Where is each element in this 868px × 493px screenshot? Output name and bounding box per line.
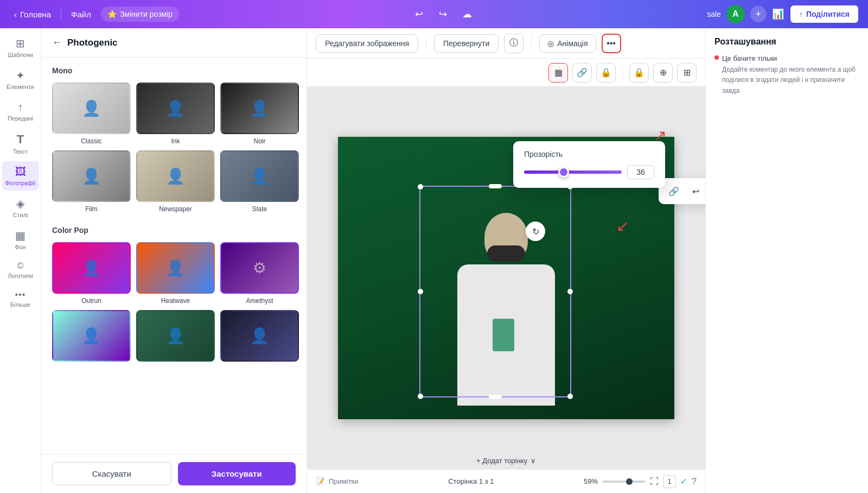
- redo-button[interactable]: ↪: [433, 4, 453, 24]
- add-icon-button[interactable]: ⊞: [677, 63, 697, 83]
- info-button[interactable]: ⓘ: [504, 34, 524, 53]
- sidebar-item-background[interactable]: ▦ Фон: [2, 225, 39, 255]
- canvas-bottom-center: Сторінка 1 з 1: [448, 477, 494, 485]
- filter-item-g1[interactable]: 👤: [52, 310, 131, 365]
- handle-bl[interactable]: [418, 394, 423, 399]
- transparency-icon-button[interactable]: ▦: [548, 63, 568, 83]
- refresh-button[interactable]: ↻: [526, 222, 545, 241]
- edit-image-button[interactable]: Редагувати зображення: [316, 34, 418, 53]
- filter-label-classic: Classic: [81, 137, 102, 145]
- filter-item-heatwave[interactable]: 👤 Heatwave: [136, 242, 215, 305]
- transparency-slider-thumb[interactable]: [558, 167, 569, 178]
- add-page-button[interactable]: + Додат торінку ∨: [476, 457, 536, 465]
- filter-item-g2[interactable]: 👤: [136, 310, 215, 365]
- right-panel-title: Розташування: [714, 37, 859, 47]
- user-avatar[interactable]: A: [726, 5, 745, 23]
- chevron-down-icon: ∨: [531, 457, 536, 465]
- arrow-annotation-3: ↙: [616, 217, 629, 235]
- filter-panel-body: Mono 👤 Classic 👤 Ink 👤: [41, 58, 307, 454]
- filter-panel-footer: Скасувати Застосувати: [41, 454, 307, 493]
- sidebar-item-elements[interactable]: ✦ Елементи: [2, 65, 39, 94]
- fullscreen-button[interactable]: ⛶: [650, 477, 659, 486]
- handle-br[interactable]: [567, 394, 573, 399]
- resize-label: Змінити розмір: [120, 10, 173, 18]
- sidebar-item-more[interactable]: ••• Більше: [2, 286, 39, 312]
- icon-toolbar-popup: 🔗 ↩ •••: [659, 178, 705, 204]
- filter-grid-colorpop: 👤 Outrun 👤 Heatwave ⚙ Amethyst: [52, 242, 296, 365]
- add-collaborator-button[interactable]: +: [750, 6, 767, 22]
- thumb-inner-outrun: 👤: [53, 243, 130, 293]
- notice-dot: [714, 55, 719, 60]
- filter-back-button[interactable]: ←: [52, 37, 62, 48]
- thumb-inner-g2: 👤: [137, 311, 214, 361]
- home-button[interactable]: ‹ Головна: [9, 7, 56, 22]
- icon-sidebar: ⊞ Шаблони ✦ Елементи ↑ Передані T Текст …: [0, 28, 41, 493]
- filter-label-ink: Ink: [171, 137, 180, 145]
- check-button[interactable]: ✓: [680, 476, 687, 486]
- resize-button[interactable]: ⭐ Змінити розмір: [101, 7, 179, 22]
- lock-icon-button[interactable]: 🔒: [596, 63, 616, 83]
- transparency-label: Прозорість: [524, 150, 654, 159]
- animation-button[interactable]: ◎ Анімація: [539, 34, 596, 53]
- cloud-save-button[interactable]: ☁: [457, 4, 477, 24]
- handle-ml[interactable]: [418, 289, 423, 294]
- canvas-toolbar: Редагувати зображення Перевернути ⓘ ◎ Ан…: [307, 28, 705, 59]
- filter-item-noir[interactable]: 👤 Noir: [220, 83, 299, 145]
- sidebar-item-text[interactable]: T Текст: [2, 128, 39, 159]
- cancel-button[interactable]: Скасувати: [52, 462, 171, 485]
- thumb-inner-heatwave: 👤: [137, 243, 214, 293]
- share-button[interactable]: ↑ Поділитися: [789, 4, 859, 24]
- notes-label[interactable]: Примітки: [329, 477, 359, 485]
- sidebar-item-templates[interactable]: ⊞ Шаблони: [2, 33, 39, 62]
- filter-item-slate[interactable]: 👤 Slate: [220, 150, 299, 213]
- filter-item-g3[interactable]: 👤: [220, 310, 299, 365]
- notice-text: Це бачите тільки Додайте коментар до яко…: [722, 53, 859, 96]
- handle-bm[interactable]: [489, 395, 502, 399]
- handle-mr[interactable]: [567, 289, 573, 294]
- transparency-value[interactable]: 36: [627, 165, 654, 179]
- page-thumbnail-button[interactable]: 1: [663, 475, 676, 488]
- zoom-slider[interactable]: [602, 481, 646, 483]
- analytics-button[interactable]: 📊: [772, 8, 784, 20]
- filter-thumb-noir: 👤: [220, 83, 299, 134]
- sidebar-item-uploads[interactable]: ↑ Передані: [2, 97, 39, 126]
- filter-label-noir: Noir: [253, 137, 265, 145]
- flip-button[interactable]: Перевернути: [434, 34, 499, 53]
- filter-item-classic[interactable]: 👤 Classic: [52, 83, 131, 145]
- filter-thumb-ink: 👤: [136, 83, 215, 134]
- help-button[interactable]: ?: [692, 477, 697, 486]
- filter-thumb-amethyst: ⚙: [220, 242, 299, 294]
- filter-label-heatwave: Heatwave: [161, 297, 190, 305]
- thumb-inner-newspaper: 👤: [137, 151, 214, 201]
- filter-panel-title: Photogenic: [67, 37, 118, 48]
- popup-icon-1[interactable]: 🔗: [665, 182, 682, 200]
- sidebar-item-photos[interactable]: 🖼 Фотографії: [2, 161, 39, 191]
- undo-button[interactable]: ↩: [410, 4, 429, 24]
- more-options-button[interactable]: •••: [602, 34, 621, 53]
- popup-icon-2[interactable]: ↩: [687, 182, 704, 200]
- more-icon: •••: [607, 39, 616, 48]
- sidebar-item-logos[interactable]: © Логотипи: [2, 257, 39, 283]
- filter-item-film[interactable]: 👤 Film: [52, 150, 131, 213]
- filter-label-newspaper: Newspaper: [159, 205, 192, 213]
- canvas-bottom-right: 59% ⛶ 1 ✓ ?: [584, 475, 697, 488]
- topbar-divider: [61, 8, 61, 21]
- lock2-icon-button[interactable]: 🔒: [629, 63, 649, 83]
- transparency-slider[interactable]: [524, 170, 622, 174]
- filter-item-outrun[interactable]: 👤 Outrun: [52, 242, 131, 305]
- text-icon: T: [17, 132, 24, 147]
- filter-item-amethyst[interactable]: ⚙ Amethyst: [220, 242, 299, 305]
- link-icon-button[interactable]: 🔗: [572, 63, 592, 83]
- filter-item-ink[interactable]: 👤 Ink: [136, 83, 215, 145]
- styles-icon: ◈: [16, 197, 24, 210]
- zoom-slider-thumb[interactable]: [626, 478, 633, 485]
- apply-button[interactable]: Застосувати: [178, 462, 296, 485]
- file-button[interactable]: Файл: [66, 7, 97, 22]
- handle-tm[interactable]: [489, 184, 502, 188]
- handle-tl[interactable]: [418, 184, 423, 189]
- topbar-right: sale A + 📊 ↑ Поділитися: [707, 4, 859, 24]
- duplicate-icon-button[interactable]: ⊕: [653, 63, 673, 83]
- sidebar-item-styles[interactable]: ◈ Стилі: [2, 193, 39, 223]
- filter-item-newspaper[interactable]: 👤 Newspaper: [136, 150, 215, 213]
- more-icon: •••: [15, 290, 26, 300]
